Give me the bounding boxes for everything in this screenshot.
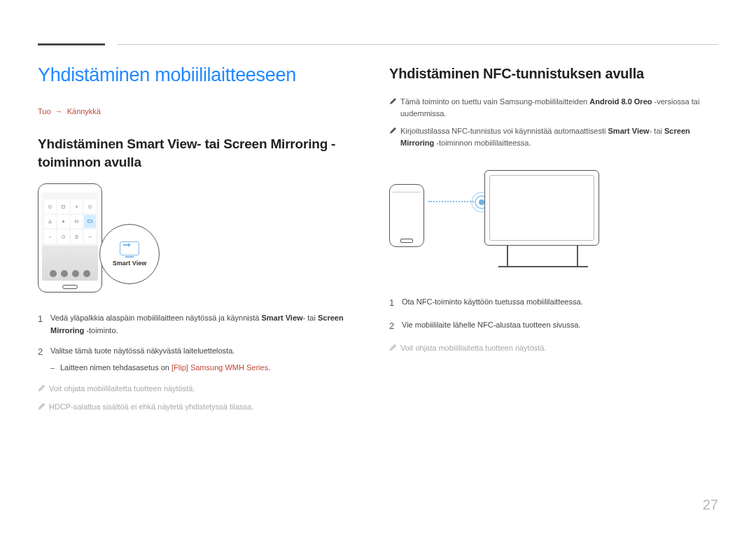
- right-bottom-notes: Voit ohjata mobiililaitetta tuotteen näy…: [389, 342, 718, 355]
- right-column: Yhdistäminen NFC-tunnistuksen avulla Täm…: [389, 64, 718, 429]
- note-text: Tämä toiminto on tuettu vain Samsung-mob…: [400, 96, 718, 120]
- svg-point-2: [88, 205, 91, 208]
- step-1: 1 Vedä yläpalkkia alaspäin mobiililaitte…: [38, 312, 367, 337]
- pencil-note-icon: [38, 401, 49, 414]
- stand-leg: [577, 246, 578, 267]
- step-number: 2: [38, 345, 50, 374]
- step-text: Valitse tämä tuote näytössä näkyvästä la…: [50, 345, 367, 374]
- phone-outline: [38, 183, 102, 293]
- svg-rect-7: [76, 235, 78, 238]
- svg-point-0: [48, 205, 51, 208]
- step-2: 2 Valitse tämä tuote näytössä näkyvästä …: [38, 345, 367, 374]
- svg-marker-11: [390, 127, 396, 134]
- smart-view-diagram: Smart View: [38, 183, 164, 295]
- stand-leg: [507, 246, 508, 267]
- nfc-phone-outline: [389, 184, 424, 247]
- page-number: 27: [703, 497, 718, 513]
- breadcrumb-item-1: Tuo: [38, 107, 51, 115]
- svg-rect-5: [88, 220, 92, 223]
- note-text: Voit ohjata mobiililaitetta tuotteen näy…: [49, 383, 367, 395]
- svg-rect-4: [75, 220, 78, 223]
- right-sub-title: Yhdistäminen NFC-tunnistuksen avulla: [389, 64, 718, 83]
- note-item: Voit ohjata mobiililaitetta tuotteen näy…: [389, 342, 718, 355]
- header-accent-rule: [38, 43, 105, 45]
- smart-view-label: Smart View: [113, 260, 146, 267]
- left-sub-title: Yhdistäminen Smart View- tai Screen Mirr…: [38, 135, 367, 171]
- quick-settings-grid: [42, 192, 98, 246]
- right-top-notes: Tämä toiminto on tuettu vain Samsung-mob…: [389, 96, 718, 149]
- nfc-diagram: [389, 170, 648, 275]
- smart-view-callout: Smart View: [99, 224, 160, 284]
- breadcrumb-item-2: Kännykkä: [67, 107, 101, 115]
- step-number: 2: [389, 319, 402, 334]
- left-column: Yhdistäminen mobiililaitteeseen Tuo → Kä…: [38, 64, 367, 429]
- phone-dock: [42, 246, 98, 281]
- flip-board-outline: [484, 170, 599, 246]
- right-steps: 1 Ota NFC-toiminto käyttöön tuetussa mob…: [389, 296, 718, 334]
- step-2-sub: Laitteen nimen tehdasasetus on [Flip] Sa…: [50, 362, 367, 374]
- breadcrumb-arrow-icon: →: [53, 107, 65, 115]
- svg-point-6: [62, 235, 64, 238]
- step-text: Vie mobiililaite lähelle NFC-alustaa tuo…: [402, 319, 718, 334]
- step-1: 1 Ota NFC-toiminto käyttöön tuetussa mob…: [389, 296, 718, 311]
- svg-point-14: [479, 199, 484, 205]
- pencil-note-icon: [389, 96, 400, 120]
- svg-marker-9: [38, 403, 45, 409]
- main-title: Yhdistäminen mobiililaitteeseen: [38, 64, 367, 86]
- note-item: Voit ohjata mobiililaitetta tuotteen näy…: [38, 383, 367, 395]
- note-item: Tämä toiminto on tuettu vain Samsung-mob…: [389, 96, 718, 120]
- left-steps: 1 Vedä yläpalkkia alaspäin mobiililaitte…: [38, 312, 367, 374]
- header-divider: [118, 44, 718, 45]
- breadcrumb: Tuo → Kännykkä: [38, 107, 367, 115]
- page-content: Yhdistäminen mobiililaitteeseen Tuo → Kä…: [38, 64, 718, 429]
- note-text: Kirjoitustilassa NFC-tunnistus voi käynn…: [400, 125, 718, 149]
- svg-marker-8: [38, 385, 45, 391]
- left-notes: Voit ohjata mobiililaitetta tuotteen näy…: [38, 383, 367, 414]
- svg-marker-15: [390, 344, 396, 351]
- note-item: Kirjoitustilassa NFC-tunnistus voi käynn…: [389, 125, 718, 149]
- step-number: 1: [389, 296, 402, 311]
- note-text: HDCP-salattua sisältöä ei ehkä näytetä y…: [49, 401, 367, 414]
- svg-rect-1: [62, 205, 64, 208]
- step-text: Vedä yläpalkkia alaspäin mobiililaitteen…: [50, 312, 367, 337]
- svg-point-3: [62, 220, 64, 223]
- step-number: 1: [38, 312, 50, 337]
- smart-view-icon: [120, 241, 139, 255]
- note-text: Voit ohjata mobiililaitetta tuotteen näy…: [400, 342, 718, 355]
- pencil-note-icon: [38, 383, 49, 395]
- phone-screen: [42, 192, 98, 281]
- step-2: 2 Vie mobiililaite lähelle NFC-alustaa t…: [389, 319, 718, 334]
- nfc-signal-dots: [428, 201, 476, 202]
- step-text: Ota NFC-toiminto käyttöön tuetussa mobii…: [402, 296, 718, 311]
- smart-view-quick-tile: [84, 215, 96, 229]
- pencil-note-icon: [389, 342, 400, 355]
- note-item: HDCP-salattua sisältöä ei ehkä näytetä y…: [38, 401, 367, 414]
- pencil-note-icon: [389, 125, 400, 149]
- stand-base: [498, 266, 588, 267]
- phone-home-button: [62, 285, 78, 289]
- svg-marker-10: [390, 98, 396, 104]
